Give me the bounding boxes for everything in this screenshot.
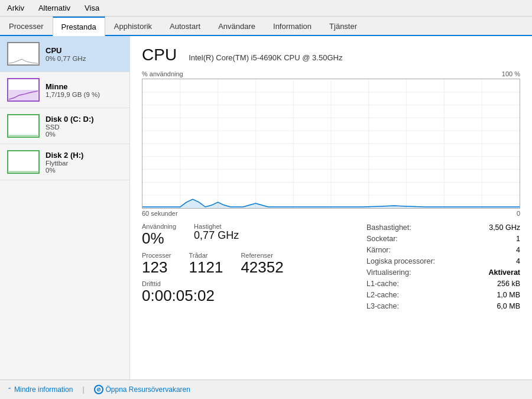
disk0-sub1: SSD xyxy=(46,124,122,131)
graph-svg xyxy=(142,79,520,208)
speed-block: Hastighet 0,77 GHz xyxy=(194,223,239,247)
detail-key-socketar: Socketar: xyxy=(366,235,398,243)
disk2-thumbnail xyxy=(7,150,40,174)
disk2-sub2: 0% xyxy=(46,167,122,174)
tab-information[interactable]: Information xyxy=(264,17,320,36)
detail-val-socketar: 1 xyxy=(516,235,520,243)
disk2-sub1: Flyttbar xyxy=(46,160,122,167)
handles-value: 42352 xyxy=(241,259,283,276)
graph-x-left: 60 sekunder xyxy=(142,210,178,217)
sidebar-item-disk2[interactable]: Disk 2 (H:) Flyttbar 0% xyxy=(0,144,129,180)
cpu-name: CPU xyxy=(46,46,122,55)
chevron-up-icon: ⌃ xyxy=(7,387,12,393)
stats-row: Användning 0% Hastighet 0,77 GHz Process… xyxy=(142,223,520,311)
stats-left: Användning 0% Hastighet 0,77 GHz Process… xyxy=(142,223,366,311)
menu-visa[interactable]: Visa xyxy=(82,2,102,14)
graph-top-labels: % användning 100 % xyxy=(142,70,520,77)
handles-label: Referenser xyxy=(241,252,283,259)
handles-block: Referenser 42352 xyxy=(241,252,283,276)
detail-l1: L1-cache: 256 kB xyxy=(366,279,520,288)
open-resource-monitor-button[interactable]: ⊘ Öppna Resursövervakaren xyxy=(94,385,190,394)
memory-sub: 1,7/19,9 GB (9 %) xyxy=(46,91,122,98)
cpu-graph-container: % användning 100 % xyxy=(142,70,520,217)
tab-apphistorik[interactable]: Apphistorik xyxy=(105,17,161,36)
disk0-sub2: 0% xyxy=(46,131,122,138)
tab-bar: Processer Prestanda Apphistorik Autostar… xyxy=(0,17,532,36)
footer: ⌃ Mindre information | ⊘ Öppna Resursöve… xyxy=(0,379,532,399)
menu-alternativ[interactable]: Alternativ xyxy=(36,2,73,14)
less-info-button[interactable]: ⌃ Mindre information xyxy=(7,385,73,394)
detail-kärnor: Kärnor: 4 xyxy=(366,245,520,255)
graph-bottom-labels: 60 sekunder 0 xyxy=(142,210,520,217)
detail-val-virtualisering: Aktiverat xyxy=(489,268,521,277)
sidebar-item-disk0[interactable]: Disk 0 (C: D:) SSD 0% xyxy=(0,108,129,144)
memory-thumbnail xyxy=(7,78,40,102)
detail-socketar: Socketar: 1 xyxy=(366,234,520,244)
cpu-header: CPU Intel(R) Core(TM) i5-4690K CPU @ 3.5… xyxy=(142,46,520,64)
stats-right: Bashastighet: 3,50 GHz Socketar: 1 Kärno… xyxy=(366,223,520,311)
detail-logiska: Logiska processorer: 4 xyxy=(366,257,520,266)
menu-arkiv[interactable]: Arkiv xyxy=(5,2,27,14)
sidebar: CPU 0% 0,77 GHz Minne 1,7/19,9 GB (9 %) xyxy=(0,36,130,379)
threads-block: Trådar 1121 xyxy=(189,252,223,276)
usage-speed-group: Användning 0% Hastighet 0,77 GHz xyxy=(142,223,366,247)
cpu-model: Intel(R) Core(TM) i5-4690K CPU @ 3.50GHz xyxy=(189,53,342,62)
cpu-label: CPU 0% 0,77 GHz xyxy=(46,46,122,62)
graph-100-label: 100 % xyxy=(502,70,520,77)
cpu-thumbnail xyxy=(7,42,40,66)
disk0-label: Disk 0 (C: D:) SSD 0% xyxy=(46,115,122,138)
threads-value: 1121 xyxy=(189,259,223,276)
processes-group: Processer 123 Trådar 1121 Referenser 423… xyxy=(142,252,366,276)
detail-val-kärnor: 4 xyxy=(516,246,520,254)
speed-value: 0,77 GHz xyxy=(194,230,239,242)
detail-val-l1: 256 kB xyxy=(497,280,520,288)
disk0-thumbnail xyxy=(7,114,40,138)
tab-processer[interactable]: Processer xyxy=(0,17,53,36)
detail-key-l3: L3-cache: xyxy=(366,302,399,310)
menu-bar: Arkiv Alternativ Visa xyxy=(0,0,532,17)
graph-y-label: % användning xyxy=(142,70,183,77)
tab-autostart[interactable]: Autostart xyxy=(161,17,209,36)
footer-divider: | xyxy=(82,385,84,394)
disk0-name: Disk 0 (C: D:) xyxy=(46,115,122,124)
detail-val-l2: 1,0 MB xyxy=(497,291,520,299)
usage-value: 0% xyxy=(142,230,176,247)
detail-val-l3: 6,0 MB xyxy=(497,302,520,310)
detail-key-kärnor: Kärnor: xyxy=(366,246,391,254)
detail-val-bashastighet: 3,50 GHz xyxy=(489,223,520,232)
cpu-title: CPU xyxy=(142,46,177,64)
detail-key-l1: L1-cache: xyxy=(366,280,399,288)
uptime-value: 0:00:05:02 xyxy=(142,287,366,304)
content-area: CPU 0% 0,77 GHz Minne 1,7/19,9 GB (9 %) xyxy=(0,36,532,379)
detail-l2: L2-cache: 1,0 MB xyxy=(366,290,520,300)
main-panel: CPU Intel(R) Core(TM) i5-4690K CPU @ 3.5… xyxy=(130,36,532,379)
sidebar-item-cpu[interactable]: CPU 0% 0,77 GHz xyxy=(0,36,129,72)
tab-prestanda[interactable]: Prestanda xyxy=(53,17,105,36)
processes-block: Processer 123 xyxy=(142,252,171,276)
tab-tjänster[interactable]: Tjänster xyxy=(320,17,366,36)
task-manager-window: Arkiv Alternativ Visa Processer Prestand… xyxy=(0,0,532,399)
processes-label: Processer xyxy=(142,252,171,259)
processes-value: 123 xyxy=(142,259,171,276)
disk2-name: Disk 2 (H:) xyxy=(46,151,122,160)
detail-l3: L3-cache: 6,0 MB xyxy=(366,301,520,311)
tab-användare[interactable]: Användare xyxy=(209,17,264,36)
open-label[interactable]: Öppna Resursövervakaren xyxy=(106,385,190,394)
sidebar-item-memory[interactable]: Minne 1,7/19,9 GB (9 %) xyxy=(0,72,129,108)
detail-key-l2: L2-cache: xyxy=(366,291,399,299)
detail-key-bashastighet: Bashastighet: xyxy=(366,223,411,232)
resource-monitor-icon: ⊘ xyxy=(94,385,103,394)
disk2-label: Disk 2 (H:) Flyttbar 0% xyxy=(46,151,122,174)
threads-label: Trådar xyxy=(189,252,223,259)
less-info-label[interactable]: Mindre information xyxy=(14,385,73,394)
cpu-sub: 0% 0,77 GHz xyxy=(46,55,122,62)
usage-block: Användning 0% xyxy=(142,223,176,247)
detail-virtualisering: Virtualisering: Aktiverat xyxy=(366,268,520,277)
memory-label: Minne 1,7/19,9 GB (9 %) xyxy=(46,82,122,98)
detail-key-logiska: Logiska processorer: xyxy=(366,257,435,265)
memory-name: Minne xyxy=(46,82,122,91)
cpu-graph xyxy=(142,79,520,209)
uptime-block: Drifttid 0:00:05:02 xyxy=(142,280,366,304)
detail-bashastighet: Bashastighet: 3,50 GHz xyxy=(366,223,520,232)
detail-val-logiska: 4 xyxy=(516,257,520,265)
